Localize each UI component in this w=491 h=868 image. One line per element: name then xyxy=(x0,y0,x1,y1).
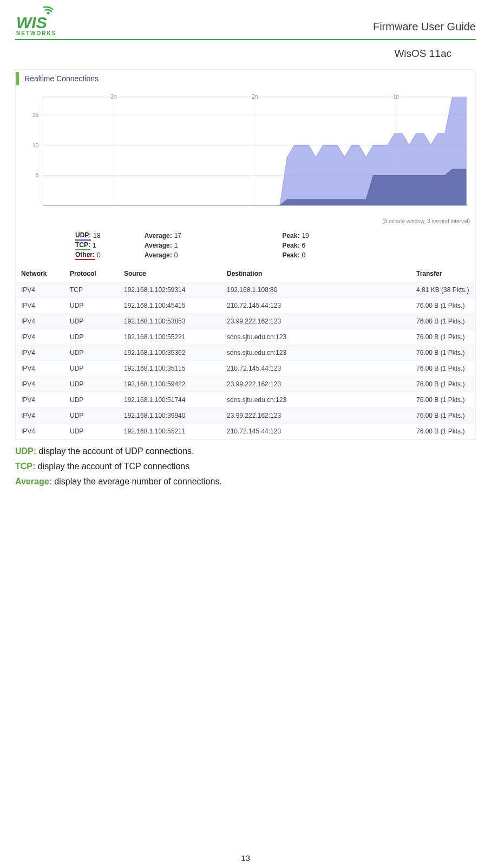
cell-network: IPV4 xyxy=(16,361,64,377)
table-row: IPV4UDP192.168.1.100:5942223.99.222.162:… xyxy=(16,377,475,392)
cell-destination: sdns.sjtu.edu.cn:123 xyxy=(221,329,411,345)
page-header: WIS NETWORKS Firmware User Guide xyxy=(15,4,476,38)
desc-udp: UDP: display the account of UDP connecti… xyxy=(15,446,476,456)
cell-protocol: UDP xyxy=(64,314,119,329)
table-row: IPV4UDP192.168.1.100:5385323.99.222.162:… xyxy=(16,314,475,329)
table-row: IPV4UDP192.168.1.100:3994023.99.222.162:… xyxy=(16,408,475,424)
cell-network: IPV4 xyxy=(16,424,64,439)
cell-transfer: 76.00 B (1 Pkts.) xyxy=(411,345,475,361)
cell-source: 192.168.1.100:53853 xyxy=(119,314,221,329)
legend-udp-avg-value: 17 xyxy=(174,232,181,239)
logo-text-bottom: NETWORKS xyxy=(16,30,56,36)
legend-other-peak-value: 0 xyxy=(302,251,305,259)
table-header-row: Network Protocol Source Destination Tran… xyxy=(16,265,475,282)
cell-network: IPV4 xyxy=(16,282,64,298)
logo-text-top: WIS xyxy=(16,14,47,31)
desc-tcp-key: TCP: xyxy=(15,462,38,471)
legend-tcp-peak-value: 6 xyxy=(302,242,305,249)
col-source: Source xyxy=(119,265,221,282)
chart-interval-note: (3 minute window, 3 second interval) xyxy=(16,216,475,228)
cell-destination: sdns.sjtu.edu.cn:123 xyxy=(221,345,411,361)
cell-protocol: UDP xyxy=(64,329,119,345)
legend-other-avg-key: Average: xyxy=(145,251,172,259)
table-row: IPV4TCP192.168.1.102:59314192.168.1.100:… xyxy=(16,282,475,298)
desc-avg-text: display the average number of connection… xyxy=(54,477,222,486)
col-network: Network xyxy=(16,265,64,282)
legend-other-peak-key: Peak: xyxy=(282,251,299,259)
table-row: IPV4UDP192.168.1.100:55211210.72.145.44:… xyxy=(16,424,475,439)
cell-destination: 210.72.145.44:123 xyxy=(221,424,411,439)
legend-other-key: Other: xyxy=(75,251,95,260)
cell-destination: 210.72.145.44:123 xyxy=(221,361,411,377)
legend-udp-value: 18 xyxy=(93,232,100,239)
desc-average: Average: display the average number of c… xyxy=(15,477,476,487)
cell-transfer: 4.81 KB (38 Pkts.) xyxy=(411,282,475,298)
header-divider xyxy=(15,39,476,40)
cell-protocol: UDP xyxy=(64,424,119,439)
legend-udp-avg-key: Average: xyxy=(145,232,172,239)
cell-protocol: UDP xyxy=(64,408,119,424)
legend-udp-peak-value: 19 xyxy=(302,232,309,239)
table-row: IPV4UDP192.168.1.100:45415210.72.145.44:… xyxy=(16,298,475,314)
desc-tcp-text: display the account of TCP connections xyxy=(38,462,189,471)
cell-network: IPV4 xyxy=(16,408,64,424)
col-protocol: Protocol xyxy=(64,265,119,282)
cell-protocol: UDP xyxy=(64,392,119,408)
svg-point-0 xyxy=(47,12,50,15)
legend-tcp-avg-key: Average: xyxy=(145,242,172,249)
desc-udp-text: display the account of UDP connections. xyxy=(39,446,194,456)
cell-transfer: 76.00 B (1 Pkts.) xyxy=(411,392,475,408)
connections-table: Network Protocol Source Destination Tran… xyxy=(16,265,475,439)
cell-destination: sdns.sjtu.edu.cn:123 xyxy=(221,392,411,408)
page-number: 13 xyxy=(0,853,491,863)
cell-network: IPV4 xyxy=(16,314,64,329)
legend-udp-key: UDP: xyxy=(75,231,91,241)
legend-udp-peak-key: Peak: xyxy=(282,232,299,239)
cell-source: 192.168.1.100:39940 xyxy=(119,408,221,424)
cell-destination: 210.72.145.44:123 xyxy=(221,298,411,314)
cell-protocol: UDP xyxy=(64,298,119,314)
cell-source: 192.168.1.100:45415 xyxy=(119,298,221,314)
cell-network: IPV4 xyxy=(16,392,64,408)
cell-transfer: 76.00 B (1 Pkts.) xyxy=(411,314,475,329)
cell-transfer: 76.00 B (1 Pkts.) xyxy=(411,377,475,392)
cell-destination: 23.99.222.162:123 xyxy=(221,408,411,424)
legend-tcp-value: 1 xyxy=(93,242,96,249)
cell-network: IPV4 xyxy=(16,329,64,345)
chart-legend: UDP: 18TCP: 1Other: 0Average: 17Average:… xyxy=(16,228,475,265)
desc-tcp: TCP: display the account of TCP connecti… xyxy=(15,462,476,471)
cell-network: IPV4 xyxy=(16,377,64,392)
legend-tcp-peak-key: Peak: xyxy=(282,242,299,249)
table-row: IPV4UDP192.168.1.100:35362sdns.sjtu.edu.… xyxy=(16,345,475,361)
cell-transfer: 76.00 B (1 Pkts.) xyxy=(411,408,475,424)
cell-protocol: UDP xyxy=(64,345,119,361)
document-title: Firmware User Guide xyxy=(373,21,476,33)
table-row: IPV4UDP192.168.1.100:55221sdns.sjtu.edu.… xyxy=(16,329,475,345)
cell-protocol: UDP xyxy=(64,361,119,377)
panel-header: Realtime Connections xyxy=(16,70,475,87)
description-block: UDP: display the account of UDP connecti… xyxy=(15,446,476,487)
col-transfer: Transfer xyxy=(411,265,475,282)
legend-tcp-avg-value: 1 xyxy=(174,242,178,249)
cell-protocol: TCP xyxy=(64,282,119,298)
table-row: IPV4UDP192.168.1.100:51744sdns.sjtu.edu.… xyxy=(16,392,475,408)
cell-transfer: 76.00 B (1 Pkts.) xyxy=(411,329,475,345)
panel-title: Realtime Connections xyxy=(24,74,99,83)
legend-other-value: 0 xyxy=(97,251,101,259)
cell-protocol: UDP xyxy=(64,377,119,392)
cell-transfer: 76.00 B (1 Pkts.) xyxy=(411,424,475,439)
desc-avg-key: Average: xyxy=(15,477,54,486)
cell-destination: 23.99.222.162:123 xyxy=(221,377,411,392)
screenshot-panel: Realtime Connections 510153n2n1n (3 minu… xyxy=(15,69,476,440)
chart-area: 510153n2n1n xyxy=(21,92,470,216)
cell-source: 192.168.1.100:59422 xyxy=(119,377,221,392)
document-subtitle: WisOS 11ac xyxy=(15,48,451,60)
cell-source: 192.168.1.102:59314 xyxy=(119,282,221,298)
cell-source: 192.168.1.100:35115 xyxy=(119,361,221,377)
cell-destination: 23.99.222.162:123 xyxy=(221,314,411,329)
table-row: IPV4UDP192.168.1.100:35115210.72.145.44:… xyxy=(16,361,475,377)
legend-other-avg-value: 0 xyxy=(174,251,178,259)
cell-network: IPV4 xyxy=(16,345,64,361)
cell-source: 192.168.1.100:51744 xyxy=(119,392,221,408)
svg-text:10: 10 xyxy=(32,142,39,148)
